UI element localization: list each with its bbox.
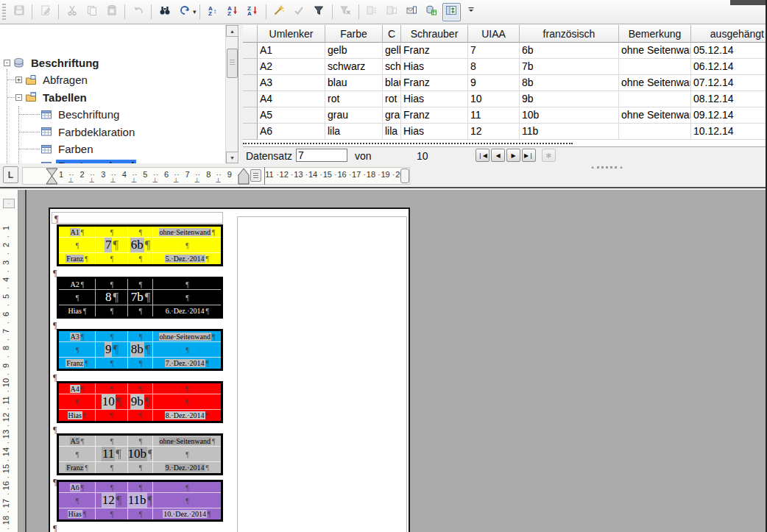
grid-cell[interactable]: Franz [401, 75, 468, 91]
grid-cell[interactable]: 09.12.14 [691, 107, 767, 124]
label-cell[interactable]: ¶ [96, 482, 128, 493]
label-cell[interactable]: 8¶ [96, 290, 128, 305]
empty-label-frame[interactable] [237, 216, 407, 532]
grid-cell[interactable]: 7b [520, 59, 619, 75]
label-cell[interactable]: ¶ [153, 290, 221, 305]
label-cell[interactable]: Franz¶ [59, 253, 96, 264]
label-cell[interactable]: ohne·Seitenwand¶ [153, 331, 221, 342]
label-cell[interactable]: 9¶ [96, 342, 128, 358]
grid-cell[interactable]: A1 [258, 43, 325, 59]
label-cell[interactable]: Hias¶ [59, 410, 96, 421]
sidebar-item-abfragen[interactable]: +Abfragen [0, 71, 90, 88]
grid-cell[interactable]: ohne Seitenwand [619, 107, 691, 124]
label-cell[interactable]: ¶ [96, 410, 128, 421]
sort-button[interactable]: AZ↕ [204, 3, 222, 21]
label-cell[interactable]: 7¶ [96, 238, 128, 253]
grid-cell[interactable]: 12 [468, 124, 520, 140]
column-header-c[interactable]: C [383, 25, 401, 43]
right-margin-marker[interactable] [400, 169, 409, 183]
grid-cell[interactable]: blau [325, 75, 383, 91]
grid-cell[interactable]: A5 [258, 107, 325, 124]
vertical-ruler[interactable]: · 1·2·3·4·5·6·7·8·9·10·11·12·13·14·15·16… [0, 190, 18, 532]
label-cell[interactable]: 5.·Dez.·2014¶ [153, 253, 221, 264]
label-cell[interactable]: ¶ [59, 290, 96, 305]
label-cell[interactable]: ¶ [96, 383, 128, 394]
grid-cell[interactable]: 7 [468, 43, 520, 59]
label-cell[interactable]: ¶ [96, 253, 128, 264]
tree-expander-icon[interactable]: - [4, 60, 10, 66]
column-header-französisch[interactable]: französisch [520, 25, 619, 43]
sidebar-item-tabellen[interactable]: -Tabellen [0, 89, 89, 106]
label-cell[interactable]: ¶ [128, 227, 153, 238]
explorer-scrollbar[interactable]: ▲ ▼ [225, 25, 238, 163]
toolbar-grip[interactable] [2, 4, 6, 20]
grid-cell[interactable]: A3 [258, 75, 325, 91]
label-cell[interactable]: ¶ [96, 462, 128, 473]
label-cell[interactable]: 9b¶ [128, 394, 153, 410]
label-cell[interactable]: 8.·Dez.·2014¶ [153, 410, 221, 421]
grid-cell[interactable]: A6 [258, 124, 325, 140]
label-cell[interactable]: 8b¶ [128, 342, 153, 358]
label-cell[interactable]: ¶ [96, 227, 128, 238]
grid-cell[interactable] [619, 91, 691, 107]
toolbar-overflow-button[interactable] [462, 3, 481, 21]
grid-cell[interactable]: 10 [468, 91, 520, 107]
next-record-button[interactable]: ▶ [506, 149, 520, 162]
label-cell[interactable]: ¶ [96, 331, 128, 342]
label-cell[interactable]: 10.·Dez.·2014¶ [153, 508, 221, 519]
label-cell[interactable]: ¶ [128, 253, 153, 264]
label-cell[interactable]: 11¶ [96, 447, 128, 462]
label-A2[interactable]: A2¶¶¶¶¶8¶7b¶¶Hias¶¶¶6.·Dez.·2014¶ [57, 277, 223, 319]
tree-expander-icon[interactable]: - [15, 94, 22, 101]
column-header-uiaa[interactable]: UIAA [468, 25, 520, 43]
grid-cell[interactable]: lila [325, 124, 383, 140]
label-A1[interactable]: A1¶¶¶ohne·Seitenwand¶¶7¶6b¶¶Franz¶¶¶5.·D… [57, 224, 223, 266]
label-cell[interactable]: 10b¶ [128, 447, 153, 462]
column-header-ausgehängt[interactable]: ausgehängt [691, 25, 767, 43]
window-split-handle[interactable]: ▲▲ [590, 165, 623, 169]
label-cell[interactable]: ¶ [128, 482, 153, 493]
grid-cell[interactable]: rot [383, 91, 401, 107]
column-header-umlenker[interactable]: Umlenker [258, 25, 325, 43]
column-header-schrauber[interactable]: Schrauber [401, 25, 468, 43]
label-A5[interactable]: A5¶¶¶ohne·Seitenwand¶¶11¶10b¶¶Franz¶¶¶9.… [57, 433, 223, 475]
grid-cell[interactable]: Franz [401, 43, 468, 59]
label-A6[interactable]: A6¶¶¶¶¶12¶11b¶¶Hias¶¶¶10.·Dez.·2014¶ [57, 480, 223, 522]
label-cell[interactable]: A2¶ [59, 279, 96, 290]
grid-corner-cell[interactable] [243, 25, 258, 43]
label-cell[interactable]: ¶ [96, 305, 128, 316]
label-cell[interactable]: ¶ [59, 493, 96, 508]
grid-cell[interactable]: 07.12.14 [691, 75, 767, 91]
row-selector[interactable] [243, 59, 258, 75]
row-selector[interactable] [243, 75, 258, 91]
grid-cell[interactable] [619, 124, 691, 140]
grid-cell[interactable]: gelb [325, 43, 383, 59]
label-cell[interactable]: ¶ [153, 342, 221, 358]
edit-data-button[interactable] [36, 3, 54, 21]
first-record-button[interactable]: ❘◀ [476, 149, 489, 162]
data-to-text-button[interactable] [363, 3, 381, 21]
grid-cell[interactable]: 8 [468, 59, 520, 75]
reset-filter-button[interactable] [336, 3, 355, 21]
grid-cell[interactable]: 11 [468, 107, 520, 124]
grid-cell[interactable]: grau [325, 107, 383, 124]
sidebar-item-farbdeklaration[interactable]: Farbdeklaration [0, 124, 137, 141]
explorer-on-off-button[interactable] [442, 3, 461, 21]
grid-cell[interactable]: 9b [520, 91, 619, 107]
label-A3[interactable]: A3¶¶¶ohne·Seitenwand¶¶9¶8b¶¶Franz¶¶¶7.·D… [57, 329, 223, 371]
label-cell[interactable]: 6.·Dez.·2014¶ [153, 305, 221, 316]
label-cell[interactable]: 10¶ [96, 394, 128, 410]
label-cell[interactable]: 9.·Dez.·2014¶ [153, 462, 221, 473]
label-cell[interactable]: 12¶ [96, 493, 128, 508]
grid-cell[interactable]: Hias [401, 59, 468, 75]
scroll-down-icon[interactable]: ▼ [226, 152, 238, 163]
grid-cell[interactable]: ohne Seitenwand [619, 75, 691, 91]
label-cell[interactable]: ¶ [128, 305, 153, 316]
tree-expander-icon[interactable]: + [15, 77, 22, 83]
label-cell[interactable]: Franz¶ [59, 462, 96, 473]
label-cell[interactable]: ¶ [153, 493, 221, 508]
label-cell[interactable]: Hias¶ [59, 305, 96, 316]
label-cell[interactable]: A1¶ [59, 227, 96, 238]
column-header-farbe[interactable]: Farbe [325, 25, 383, 43]
grid-cell[interactable]: 9 [468, 75, 520, 91]
